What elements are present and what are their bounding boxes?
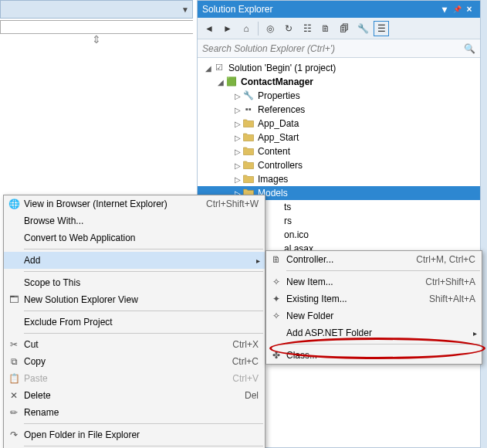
menu-label: Delete xyxy=(24,390,245,401)
menu-icon: ✂ xyxy=(4,339,24,350)
menu-icon: 📋 xyxy=(4,373,24,384)
tree-item[interactable]: ▷🔧Properties xyxy=(198,89,480,103)
menu-item[interactable]: ⧉CopyCtrl+C xyxy=(4,353,265,370)
tree-item[interactable]: ▷Controllers xyxy=(198,158,480,172)
wrench-icon[interactable]: 🔧 xyxy=(356,22,370,36)
menu-shortcut: Ctrl+V xyxy=(232,373,265,384)
menu-shortcut: Ctrl+Shift+W xyxy=(206,199,265,209)
menu-icon: ⧉ xyxy=(4,356,24,367)
solution-node[interactable]: ◢☑Solution 'Begin' (1 project) xyxy=(198,61,480,75)
menu-item[interactable]: 📋PasteCtrl+V xyxy=(4,370,265,387)
menu-label: Copy xyxy=(24,356,232,367)
menu-shortcut: Ctrl+Shift+A xyxy=(425,277,482,287)
menu-shortcut: Ctrl+X xyxy=(232,339,265,350)
menu-item[interactable]: Add ASP.NET Folder xyxy=(266,324,482,341)
refresh-icon[interactable]: ↻ xyxy=(282,22,296,36)
close-icon[interactable]: × xyxy=(463,4,475,15)
tree-item[interactable]: ▷Content xyxy=(198,144,480,158)
menu-label: New Folder xyxy=(286,311,482,321)
project-node[interactable]: ◢🟩ContactManager xyxy=(198,75,480,89)
menu-shortcut: Ctrl+C xyxy=(232,356,265,367)
menu-item[interactable]: ✧New Item...Ctrl+Shift+A xyxy=(266,273,482,290)
menu-label: Browse With... xyxy=(24,216,265,226)
back-icon[interactable]: ◄ xyxy=(202,22,216,36)
toolbar: ◄ ► ⌂ ◎ ↻ ☷ 🗎 🗐 🔧 ☰ xyxy=(198,18,480,39)
menu-item[interactable]: ✦Existing Item...Shift+Alt+A xyxy=(266,290,482,307)
menu-label: Class... xyxy=(286,350,482,361)
menu-item[interactable]: Browse With... xyxy=(4,212,265,229)
menu-icon: 🗔 xyxy=(4,294,24,305)
menu-item[interactable]: 🌐View in Browser (Internet Explorer)Ctrl… xyxy=(4,195,265,212)
panel-titlebar: Solution Explorer ▾ 📌 × xyxy=(198,1,480,18)
menu-item[interactable]: ↷Open Folder in File Explorer xyxy=(4,426,265,443)
menu-separator xyxy=(286,344,480,344)
separator xyxy=(258,22,259,36)
home-icon[interactable]: ⌂ xyxy=(239,22,253,36)
menu-item[interactable]: Convert to Web Application xyxy=(4,229,265,246)
pin-icon[interactable]: 📌 xyxy=(451,5,463,13)
menu-icon: ✧ xyxy=(266,311,286,321)
add-submenu: 🗎Controller...Ctrl+M, Ctrl+C✧New Item...… xyxy=(265,250,482,365)
menu-label: Add ASP.NET Folder xyxy=(286,328,482,338)
left-panel-header: ▼ xyxy=(0,0,193,19)
context-menu: 🌐View in Browser (Internet Explorer)Ctrl… xyxy=(3,195,265,448)
menu-label: New Item... xyxy=(286,277,425,287)
menu-item[interactable]: ✕DeleteDel xyxy=(4,387,265,404)
menu-item[interactable]: ✤Class... xyxy=(266,347,482,364)
menu-label: Paste xyxy=(24,373,232,384)
menu-icon: ✦ xyxy=(266,294,286,304)
tree-item[interactable]: ▷Images xyxy=(198,172,480,186)
menu-icon: 🌐 xyxy=(4,199,24,209)
menu-label: Open Folder in File Explorer xyxy=(24,429,265,440)
menu-shortcut: Del xyxy=(245,390,265,401)
menu-icon: ↷ xyxy=(4,429,24,440)
menu-label: Scope to This xyxy=(24,277,265,288)
right-rail xyxy=(481,0,487,448)
menu-shortcut: Shift+Alt+A xyxy=(429,294,482,304)
menu-separator xyxy=(286,270,480,271)
showall-icon[interactable]: 🗎 xyxy=(319,22,333,36)
splitter[interactable]: ⇕ xyxy=(0,34,193,43)
forward-icon[interactable]: ► xyxy=(221,22,235,36)
search-placeholder: Search Solution Explorer (Ctrl+') xyxy=(202,43,464,54)
left-empty-box xyxy=(0,20,193,34)
menu-item[interactable]: Add xyxy=(4,252,265,269)
menu-label: Exclude From Project xyxy=(24,317,265,328)
menu-item[interactable]: Exclude From Project xyxy=(4,314,265,331)
tree-item[interactable]: ▷▪▪References xyxy=(198,103,480,117)
collapse-icon[interactable]: ☷ xyxy=(300,22,314,36)
menu-icon: ✕ xyxy=(4,390,24,401)
search-box[interactable]: Search Solution Explorer (Ctrl+') 🔍 xyxy=(198,39,480,58)
menu-item[interactable]: 🗎Controller...Ctrl+M, Ctrl+C xyxy=(266,251,482,268)
menu-icon: 🗎 xyxy=(266,254,286,265)
menu-icon: ✤ xyxy=(266,350,286,361)
menu-label: Cut xyxy=(24,339,232,350)
view-icon[interactable]: ☰ xyxy=(374,22,388,36)
menu-separator xyxy=(24,333,263,334)
menu-item[interactable]: ✏Rename xyxy=(4,404,265,421)
properties-icon[interactable]: 🗐 xyxy=(337,22,351,36)
menu-item[interactable]: ✧New Folder xyxy=(266,307,482,324)
menu-label: Existing Item... xyxy=(286,294,429,304)
tree-item[interactable]: ▷App_Data xyxy=(198,117,480,131)
menu-separator xyxy=(24,446,263,446)
panel-title: Solution Explorer xyxy=(202,4,438,15)
menu-label: New Solution Explorer View xyxy=(24,294,265,305)
menu-separator xyxy=(24,311,263,311)
menu-label: Rename xyxy=(24,407,265,418)
menu-icon: ✧ xyxy=(266,277,286,287)
tree-item[interactable]: ▷App_Start xyxy=(198,131,480,144)
menu-item[interactable]: ✂CutCtrl+X xyxy=(4,336,265,353)
menu-label: Convert to Web Application xyxy=(24,232,265,243)
menu-separator xyxy=(24,423,263,424)
menu-shortcut: Ctrl+M, Ctrl+C xyxy=(416,254,482,265)
left-panel: ▼ ⇕ xyxy=(0,0,193,54)
panel-menu-icon[interactable]: ▾ xyxy=(438,4,451,15)
scope-icon[interactable]: ◎ xyxy=(263,22,277,36)
dropdown-icon[interactable]: ▼ xyxy=(181,5,189,14)
menu-label: View in Browser (Internet Explorer) xyxy=(24,199,206,209)
menu-icon: ✏ xyxy=(4,407,24,418)
menu-label: Controller... xyxy=(286,254,416,265)
menu-item[interactable]: 🗔New Solution Explorer View xyxy=(4,291,265,308)
menu-item[interactable]: Scope to This xyxy=(4,274,265,291)
